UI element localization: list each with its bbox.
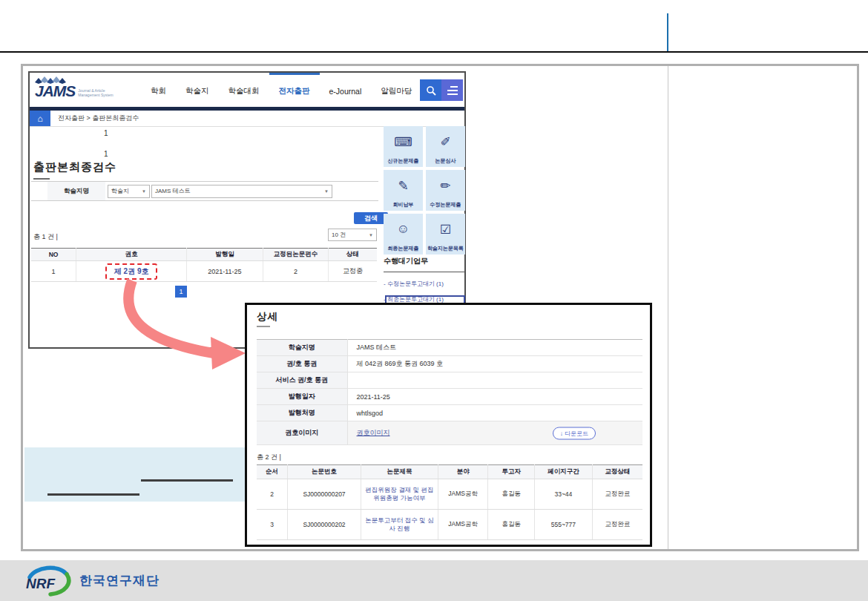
- note-highlight-box: [24, 447, 245, 502]
- nav-epublish-active[interactable]: 전자출판: [269, 73, 320, 107]
- field-label: 권호이미지: [257, 421, 347, 445]
- checklist-icon: ☑: [440, 214, 451, 245]
- col-pages: 페이지구간: [534, 465, 592, 479]
- nav-notice[interactable]: 알림마당: [371, 73, 421, 107]
- jams-header: JAMS Journal & Article Management System…: [30, 73, 464, 107]
- review-pen-icon: ✐: [440, 126, 450, 157]
- col-issue: 권호: [76, 249, 187, 261]
- note-underline-2: [47, 493, 139, 496]
- journal-type-select[interactable]: 학술지▼: [108, 185, 150, 198]
- list-total: 총 1 건 |: [33, 232, 58, 242]
- field-value: 2021-11-25: [347, 389, 642, 405]
- col-field: 분야: [438, 465, 488, 479]
- red-arrow: [111, 276, 249, 376]
- note-underline-1: [141, 479, 233, 482]
- quickmenu-final-submission[interactable]: ☺ 최종논문제출: [384, 214, 423, 254]
- faces-icon: ☺: [397, 214, 410, 245]
- field-label: 발행처명: [257, 405, 347, 421]
- col-date: 발행일: [187, 249, 263, 261]
- menu-icon[interactable]: [441, 79, 463, 101]
- field-label: 발행일자: [257, 389, 347, 405]
- detail-fields-table: 학술지명 JAMS 테스트 권/호 통권 제 042권 869호 통권 6039…: [257, 339, 642, 445]
- pending-revised-link[interactable]: - 수정논문투고대기 (1): [384, 280, 465, 288]
- field-value: JAMS 테스트: [347, 340, 642, 356]
- detail-title: 상세: [257, 310, 278, 327]
- footer-org-name: 한국연구재단: [79, 572, 160, 589]
- document-pencil-icon: ✏: [440, 170, 450, 201]
- main-nav: 학회 학술지 학술대회 전자출판 e-Journal 알림마당: [141, 73, 421, 107]
- field-value: whtlsgod: [347, 405, 642, 421]
- quickmenu-revised-submission[interactable]: ✏ 수정논문제출: [426, 170, 465, 211]
- quickmenu-new-submission[interactable]: ⌨ 신규논문제출: [384, 126, 423, 167]
- col-author: 투고자: [488, 465, 534, 479]
- field-value: [347, 372, 642, 389]
- articles-total: 총 2 건 |: [257, 453, 281, 462]
- col-status: 상태: [329, 249, 377, 261]
- row-count: 2: [263, 261, 329, 282]
- search-icon[interactable]: [420, 79, 441, 101]
- keyboard-icon: ⌨: [394, 126, 412, 157]
- detail-panel: 상세 학술지명 JAMS 테스트 권/호 통권 제 042권 869호 통권 6…: [245, 303, 652, 547]
- jams-logo-text: JAMS: [35, 84, 75, 99]
- nav-society[interactable]: 학회: [141, 73, 176, 107]
- chevron-down-icon: ▼: [324, 189, 329, 194]
- journal-name-select[interactable]: JAMS 테스트▼: [151, 185, 332, 198]
- nrf-logo-icon: NRF: [24, 565, 73, 597]
- quickmenu-paper-review[interactable]: ✐ 논문심사: [426, 126, 465, 167]
- nav-ejournal[interactable]: e-Journal: [320, 73, 372, 107]
- nav-conference[interactable]: 학술대회: [219, 73, 269, 107]
- footer: NRF 한국연구재단: [0, 560, 868, 601]
- col-count: 교정된논문편수: [263, 249, 329, 261]
- column-divider: [668, 66, 668, 549]
- jams-logo-subtitle-2: Management System: [78, 93, 113, 97]
- field-value: 제 042권 869호 통권 6039 호: [347, 356, 642, 372]
- home-icon[interactable]: ⌂: [30, 111, 50, 126]
- breadcrumb-path: 전자출판 > 출판본최종검수: [50, 111, 139, 126]
- row-no: 1: [31, 261, 76, 282]
- quickmenu-fee-payment[interactable]: ✎ 회비납부: [384, 170, 423, 211]
- nav-journal[interactable]: 학술지: [176, 73, 219, 107]
- col-paperno: 논문번호: [288, 465, 361, 479]
- breadcrumb: ⌂ 전자출판 > 출판본최종검수: [30, 111, 464, 127]
- page-size-select[interactable]: 10 건▼: [328, 229, 377, 241]
- quickmenu-journal-article-list[interactable]: ☑ 학술지논문목록: [426, 214, 465, 254]
- journal-name-label: 학술지명: [47, 182, 105, 200]
- col-no: NO: [31, 249, 76, 261]
- article-title-link[interactable]: 논문투고부터 접수 및 심사 진행: [361, 510, 438, 540]
- row-status: 교정중: [329, 261, 377, 282]
- nrf-logo-text: NRF: [26, 576, 56, 591]
- quick-menu: ⌨ 신규논문제출 ✐ 논문심사 ✎ 회비납부 ✏ 수정논문제출 ☺ 최종논문: [384, 126, 465, 254]
- field-label: 서비스 권/호 통권: [257, 372, 347, 389]
- table-row: 3 SJ0000000202 논문투고부터 접수 및 심사 진행 JAMS공학 …: [257, 510, 642, 540]
- header-divider-line: [667, 13, 668, 52]
- col-proof: 교정상태: [592, 465, 642, 479]
- page-title: 출판본최종검수: [33, 160, 116, 180]
- col-order: 순서: [257, 465, 288, 479]
- issue-link[interactable]: 제 2권 9호: [114, 267, 149, 275]
- issue-image-link[interactable]: 권호이미지: [357, 429, 390, 436]
- articles-table: 순서 논문번호 논문제목 분야 투고자 페이지구간 교정상태 2 SJ00000…: [257, 464, 642, 540]
- table-row: 2 SJ0000000207 편집위원장 결재 및 편집위원총평 가능여부 JA…: [257, 479, 642, 510]
- page: JAMS Journal & Article Management System…: [0, 0, 868, 601]
- pending-tasks-title: 수행대기업무: [384, 256, 465, 272]
- document-feather-icon: ✎: [398, 170, 408, 201]
- header-rule: [0, 51, 868, 53]
- chevron-down-icon: ▼: [369, 233, 373, 237]
- col-title: 논문제목: [361, 465, 438, 479]
- jams-logo[interactable]: JAMS Journal & Article Management System: [35, 76, 114, 99]
- pending-tasks: 수행대기업무 - 수정논문투고대기 (1) - 최종논문투고대기 (1): [384, 256, 465, 303]
- field-label: 학술지명: [257, 340, 347, 356]
- stray-mark-1: 1: [104, 129, 108, 137]
- stray-mark-2: 1: [104, 150, 108, 158]
- article-title-link[interactable]: 편집위원장 결재 및 편집위원총평 가능여부: [361, 479, 438, 510]
- download-button[interactable]: ↓ 다운로드: [553, 427, 596, 439]
- search-form: 학술지명 학술지▼ JAMS 테스트▼: [31, 181, 378, 201]
- chevron-down-icon: ▼: [142, 189, 146, 194]
- field-label: 권/호 통권: [257, 356, 347, 372]
